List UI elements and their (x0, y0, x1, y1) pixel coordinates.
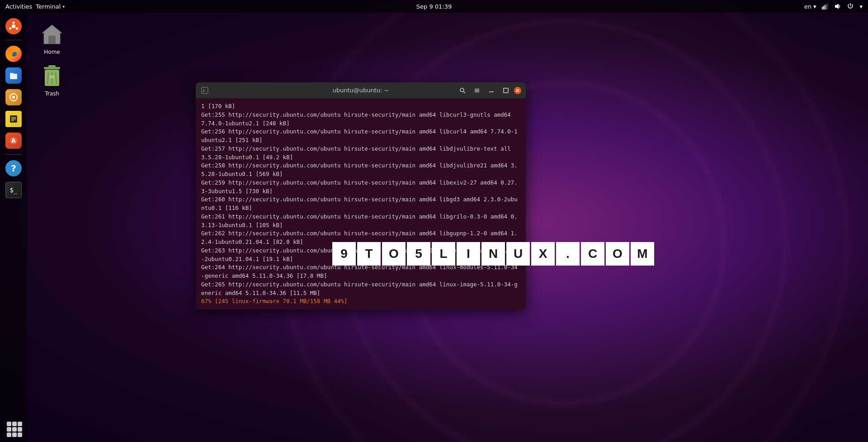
svg-rect-2 (825, 5, 826, 10)
dock-item-terminal[interactable]: $_ (4, 180, 24, 200)
search-button[interactable] (456, 84, 469, 97)
watermark-char: N (481, 242, 505, 266)
dock-item-nautilus[interactable] (4, 66, 24, 86)
dock-item-help[interactable]: ? (4, 158, 24, 178)
power-icon (847, 3, 854, 10)
svg-point-9 (9, 28, 11, 30)
dock-item-show-apps[interactable] (4, 418, 24, 438)
titlebar-right (456, 84, 521, 97)
watermark-char: 9 (332, 242, 356, 266)
dock-item-ubuntu[interactable] (4, 16, 24, 36)
terminal-titlebar: $ ubuntu@ubuntu: ~ (196, 82, 526, 99)
files-symbol (9, 71, 19, 81)
hamburger-icon (474, 87, 480, 94)
watermark: 9TO5LINUX.COM (332, 242, 654, 266)
menu-button[interactable] (471, 84, 483, 97)
dock-bottom (4, 418, 24, 438)
terminal-line: Get:255 http://security.ubuntu.com/ubunt… (201, 111, 520, 128)
minimize-icon (488, 87, 495, 94)
topbar-volume-icon[interactable] (834, 3, 841, 10)
terminal-line: Get:258 http://security.ubuntu.com/ubunt… (201, 162, 520, 179)
svg-rect-43 (504, 88, 508, 93)
topbar-settings-chevron[interactable]: ▾ (859, 3, 863, 10)
terminal-tab-icon: $ (200, 86, 209, 95)
locale-label: en (804, 3, 811, 10)
firefox-symbol (9, 49, 19, 59)
topbar-network-icon[interactable] (821, 3, 829, 10)
watermark-char: M (631, 242, 654, 266)
maximize-icon (503, 87, 509, 94)
watermark-char: O (382, 242, 406, 266)
dock-separator-1 (5, 40, 22, 40)
apps-grid-icon (5, 420, 22, 437)
watermark-char: X (531, 242, 555, 266)
ubuntu-logo-icon (5, 18, 22, 34)
desktop-icon-home[interactable]: Home (33, 20, 71, 58)
topbar-app-chevron: ▾ (62, 4, 65, 9)
terminal-line: Get:260 http://security.ubuntu.com/ubunt… (201, 195, 520, 213)
apps-dot-7 (7, 432, 11, 437)
watermark-char: O (606, 242, 629, 266)
dock-separator-2 (5, 154, 22, 155)
svg-point-8 (13, 22, 15, 24)
help-icon: ? (5, 160, 22, 176)
svg-rect-16 (10, 73, 14, 75)
volume-icon (834, 3, 841, 10)
activities-button[interactable]: Activities (5, 3, 32, 10)
watermark-char: I (457, 242, 480, 266)
dock: A ? $_ (0, 13, 27, 442)
notes-icon (5, 111, 22, 127)
rhythmbox-icon (5, 89, 22, 105)
watermark-char: 5 (407, 242, 430, 266)
rhythmbox-symbol (9, 92, 19, 102)
watermark-char: C (581, 242, 604, 266)
terminal-line: Get:265 http://security.ubuntu.com/ubunt… (201, 280, 520, 298)
svg-line-38 (463, 91, 465, 93)
topbar-locale[interactable]: en ▾ (804, 3, 816, 10)
search-icon (459, 87, 466, 94)
locale-chevron: ▾ (813, 3, 816, 10)
desktop-icons-area: Home Trash (29, 13, 75, 107)
svg-text:A: A (11, 138, 16, 144)
terminal-title: ubuntu@ubuntu: ~ (332, 87, 389, 94)
terminal-prompt-symbol: $_ (10, 186, 18, 194)
terminal-line: 1 [170 kB] (201, 102, 520, 111)
svg-rect-3 (826, 4, 827, 10)
topbar-power-icon[interactable] (847, 3, 854, 10)
terminal-line: Get:264 http://security.ubuntu.com/ubunt… (201, 263, 520, 280)
topbar-app-menu[interactable]: Terminal ▾ (36, 3, 65, 10)
apps-dot-8 (12, 432, 17, 437)
home-icon-label: Home (44, 49, 60, 55)
watermark-char: T (357, 242, 381, 266)
watermark-char: U (506, 242, 530, 266)
apps-dot-3 (18, 422, 22, 426)
svg-rect-1 (823, 6, 824, 10)
svg-point-10 (16, 28, 18, 30)
software-center-icon: A (5, 133, 22, 149)
dock-item-software[interactable]: A (4, 131, 24, 151)
maximize-button[interactable] (500, 84, 512, 97)
watermark-char: L (432, 242, 455, 266)
minimize-button[interactable] (485, 84, 498, 97)
close-icon (516, 89, 519, 92)
svg-rect-4 (827, 3, 828, 10)
close-button[interactable] (514, 87, 521, 94)
dock-item-rhythmbox[interactable] (4, 87, 24, 107)
terminal-content[interactable]: 1 [170 kB]Get:255 http://security.ubuntu… (196, 99, 526, 309)
home-icon-svg (40, 23, 64, 46)
dock-item-notes[interactable] (4, 109, 24, 129)
nautilus-files-icon (5, 67, 22, 84)
terminal-line: Get:256 http://security.ubuntu.com/ubunt… (201, 128, 520, 145)
svg-text:$: $ (203, 89, 205, 93)
terminal-line: Get:259 http://security.ubuntu.com/ubunt… (201, 179, 520, 196)
dock-item-firefox[interactable] (4, 44, 24, 64)
trash-icon-label: Trash (45, 90, 59, 97)
apps-dot-6 (18, 427, 22, 432)
apps-dot-4 (7, 427, 11, 432)
home-folder-icon (40, 23, 64, 46)
topbar-datetime[interactable]: Sep 9 01:39 (416, 3, 452, 10)
desktop-icon-trash[interactable]: Trash (33, 62, 71, 100)
network-icon (821, 3, 829, 10)
settings-chevron-label: ▾ (859, 3, 863, 10)
svg-rect-30 (48, 65, 56, 68)
